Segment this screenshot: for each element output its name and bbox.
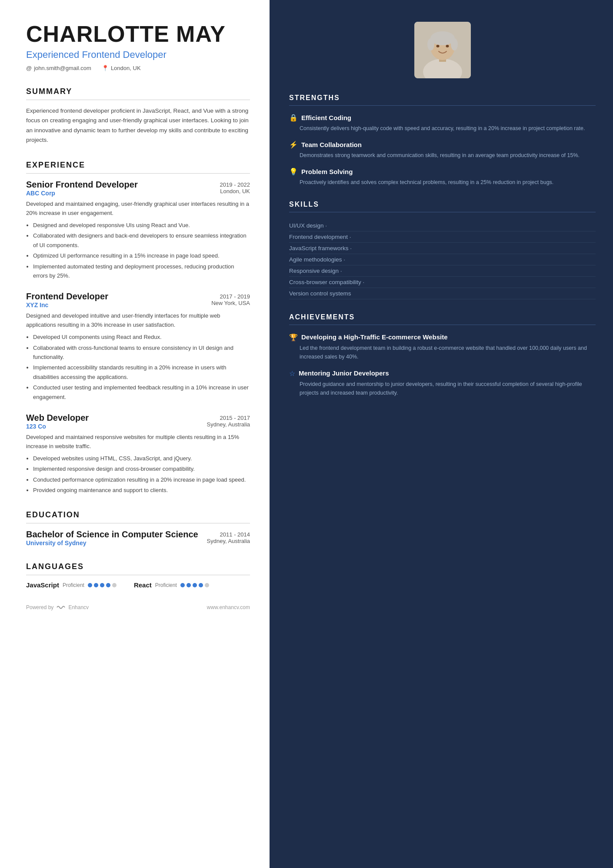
list-item: Implemented automated testing and deploy… xyxy=(33,262,250,281)
strength-3-desc: Proactively identifies and solves comple… xyxy=(289,178,596,187)
svg-point-8 xyxy=(446,45,449,47)
skill-6: Cross-browser compatibility xyxy=(289,277,596,288)
job-3-desc: Developed and maintained responsive webs… xyxy=(26,433,250,451)
list-item: Conducted user testing and implemented f… xyxy=(33,383,250,402)
candidate-name: CHARLOTTE MAY xyxy=(26,22,250,47)
dot xyxy=(112,583,117,587)
skill-7: Version control systems xyxy=(289,288,596,299)
skill-2: Frontend development xyxy=(289,231,596,243)
achievement-2-header: ☆ Mentoring Junior Developers xyxy=(289,369,596,378)
job-2-company: XYZ Inc xyxy=(26,302,108,308)
summary-title: SUMMARY xyxy=(26,87,250,100)
trophy-icon: 🏆 xyxy=(289,333,298,342)
job-1-header: Senior Frontend Developer ABC Corp 2019 … xyxy=(26,180,250,197)
email-icon: @ xyxy=(26,65,32,71)
list-item: Implemented responsive design and cross-… xyxy=(33,464,250,473)
job-1-location: London, UK xyxy=(220,188,250,194)
footer-url: www.enhancv.com xyxy=(207,604,250,610)
candidate-title: Experienced Frontend Developer xyxy=(26,49,250,60)
skills-list: UI/UX design Frontend development JavaSc… xyxy=(289,220,596,299)
strength-2: ⚡ Team Collaboration Demonstrates strong… xyxy=(289,141,596,160)
avatar-image xyxy=(414,22,471,78)
footer-brand: Powered by Enhancv xyxy=(26,604,89,610)
strength-3: 💡 Problem Solving Proactively identifies… xyxy=(289,168,596,187)
job-2-right: 2017 - 2019 New York, USA xyxy=(211,292,250,306)
dot xyxy=(94,583,98,587)
dot xyxy=(106,583,110,587)
education-entry: Bachelor of Science in Computer Science … xyxy=(26,530,250,546)
star-icon: ☆ xyxy=(289,369,295,378)
job-1: Senior Frontend Developer ABC Corp 2019 … xyxy=(26,180,250,280)
achievement-1-header: 🏆 Developing a High-Traffic E-commerce W… xyxy=(289,333,596,342)
job-3-dates: 2015 - 2017 xyxy=(207,415,250,421)
strength-3-name: Problem Solving xyxy=(301,168,353,175)
location-value: London, UK xyxy=(111,65,141,71)
strengths-section: STRENGTHS 🔒 Efficient Coding Consistentl… xyxy=(289,94,596,187)
lock-icon: 🔒 xyxy=(289,114,298,122)
education-section: EDUCATION Bachelor of Science in Compute… xyxy=(26,510,250,546)
dot xyxy=(199,583,203,587)
summary-text: Experienced frontend developer proficien… xyxy=(26,106,250,145)
achievements-title: ACHIEVEMENTS xyxy=(289,313,596,325)
lightning-icon: ⚡ xyxy=(289,141,298,149)
achievement-1-desc: Led the frontend development team in bui… xyxy=(289,344,596,361)
svg-point-7 xyxy=(436,45,439,47)
svg-point-5 xyxy=(427,38,434,50)
job-1-right: 2019 - 2022 London, UK xyxy=(220,180,250,194)
svg-point-6 xyxy=(451,38,458,50)
list-item: Conducted performance optimization resul… xyxy=(33,475,250,484)
contact-row: @ john.smith@gmail.com 📍 London, UK xyxy=(26,65,250,71)
strength-2-name: Team Collaboration xyxy=(301,141,362,148)
lang-react: React Proficient xyxy=(134,581,209,589)
dot xyxy=(193,583,197,587)
education-location: Sydney, Australia xyxy=(207,538,250,544)
languages-section: LANGUAGES JavaScript Proficient React Pr… xyxy=(26,562,250,589)
dot xyxy=(205,583,209,587)
location-icon: 📍 xyxy=(102,65,109,71)
education-title: EDUCATION xyxy=(26,510,250,523)
photo-container xyxy=(289,22,596,78)
skills-title: SKILLS xyxy=(289,201,596,212)
dot xyxy=(88,583,92,587)
skill-3: JavaScript frameworks xyxy=(289,243,596,254)
job-2: Frontend Developer XYZ Inc 2017 - 2019 N… xyxy=(26,292,250,402)
job-1-company: ABC Corp xyxy=(26,190,138,197)
lang-js-level: Proficient xyxy=(63,582,84,588)
lang-react-name: React xyxy=(134,581,152,589)
list-item: Collaborated with designers and back-end… xyxy=(33,231,250,250)
dot xyxy=(180,583,185,587)
experience-title: EXPERIENCE xyxy=(26,161,250,174)
right-panel: STRENGTHS 🔒 Efficient Coding Consistentl… xyxy=(270,0,613,868)
job-2-header: Frontend Developer XYZ Inc 2017 - 2019 N… xyxy=(26,292,250,308)
experience-section: EXPERIENCE Senior Frontend Developer ABC… xyxy=(26,161,250,495)
job-1-title-block: Senior Frontend Developer ABC Corp xyxy=(26,180,138,197)
achievement-2-name: Mentoring Junior Developers xyxy=(299,369,389,378)
lang-javascript: JavaScript Proficient xyxy=(26,581,117,589)
enhancv-logo-icon xyxy=(56,604,66,610)
skills-section: SKILLS UI/UX design Frontend development… xyxy=(289,201,596,299)
email-value: john.smith@gmail.com xyxy=(34,65,91,71)
skill-1: UI/UX design xyxy=(289,220,596,231)
education-right: 2011 - 2014 Sydney, Australia xyxy=(207,530,250,544)
powered-by-label: Powered by xyxy=(26,604,53,610)
education-header: Bachelor of Science in Computer Science … xyxy=(26,530,250,546)
job-3-location: Sydney, Australia xyxy=(207,421,250,428)
strength-3-header: 💡 Problem Solving xyxy=(289,168,596,176)
strength-1: 🔒 Efficient Coding Consistently delivers… xyxy=(289,114,596,133)
job-1-bullets: Designed and developed responsive UIs us… xyxy=(26,221,250,281)
location-contact: 📍 London, UK xyxy=(102,65,141,71)
avatar xyxy=(414,22,471,78)
job-2-bullets: Developed UI components using React and … xyxy=(26,332,250,402)
job-3-right: 2015 - 2017 Sydney, Australia xyxy=(207,413,250,428)
job-2-title-block: Frontend Developer XYZ Inc xyxy=(26,292,108,308)
brand-name: Enhancv xyxy=(68,604,89,610)
job-3-title: Web Developer xyxy=(26,413,89,423)
strength-2-desc: Demonstrates strong teamwork and communi… xyxy=(289,151,596,160)
dot xyxy=(100,583,104,587)
job-3-bullets: Developed websites using HTML, CSS, Java… xyxy=(26,454,250,495)
list-item: Designed and developed responsive UIs us… xyxy=(33,221,250,230)
lightbulb-icon: 💡 xyxy=(289,168,298,176)
achievement-1-name: Developing a High-Traffic E-commerce Web… xyxy=(301,333,447,342)
achievement-2: ☆ Mentoring Junior Developers Provided g… xyxy=(289,369,596,397)
list-item: Developed websites using HTML, CSS, Java… xyxy=(33,454,250,463)
